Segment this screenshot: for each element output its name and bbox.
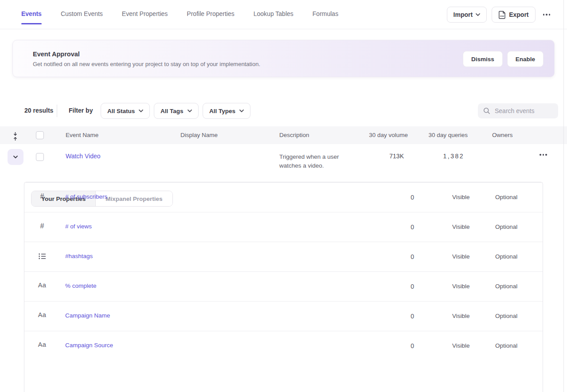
nav-actions: Import csv Export	[447, 7, 553, 23]
types-filter-dropdown[interactable]: All Types	[203, 103, 250, 119]
col-30-day-queries: 30 day queries	[406, 132, 468, 138]
property-row: Aa Campaign Source 0 Visible Optional	[24, 331, 543, 361]
property-row: Aa % complete 0 Visible Optional	[24, 271, 543, 301]
col-owners: Owners	[492, 132, 513, 138]
filter-row: 20 results Filter by All Status All Tags…	[0, 103, 567, 119]
property-requirement[interactable]: Optional	[495, 223, 517, 230]
search-icon	[483, 107, 490, 114]
tags-filter-label: All Tags	[160, 108, 184, 114]
property-visibility[interactable]: Visible	[452, 194, 470, 200]
property-name-link[interactable]: # of subscribers	[65, 193, 107, 200]
tab-custom-events[interactable]: Custom Events	[61, 8, 103, 22]
property-count: 0	[370, 194, 414, 201]
text-type-icon: Aa	[36, 282, 48, 289]
property-name-link[interactable]: #hashtags	[65, 253, 93, 259]
import-button[interactable]: Import	[447, 7, 487, 23]
window-edge	[563, 0, 564, 392]
property-row: # # of views 0 Visible Optional	[24, 212, 543, 242]
property-requirement[interactable]: Optional	[495, 342, 517, 349]
results-count: 20 results	[24, 107, 53, 114]
property-count: 0	[370, 283, 414, 290]
export-button[interactable]: csv Export	[492, 7, 535, 23]
col-description: Description	[279, 132, 309, 138]
row-checkbox[interactable]	[36, 153, 44, 161]
events-table-header: Event Name Display Name Description 30 d…	[0, 126, 567, 144]
property-visibility[interactable]: Visible	[452, 223, 470, 230]
property-name-link[interactable]: Campaign Name	[65, 312, 110, 319]
property-row: # # of subscribers 0 Visible Optional	[24, 182, 543, 212]
property-requirement[interactable]: Optional	[495, 253, 517, 260]
event-name-link[interactable]: Watch Video	[66, 153, 101, 160]
number-type-icon: #	[36, 192, 48, 200]
event-approval-banner: Event Approval Get notified on all new e…	[12, 40, 555, 77]
col-display-name: Display Name	[180, 132, 218, 138]
chevron-down-icon	[239, 110, 244, 112]
text-type-icon: Aa	[36, 341, 48, 348]
dismiss-button[interactable]: Dismiss	[463, 51, 503, 67]
filter-by-label: Filter by	[69, 107, 93, 114]
property-name-link[interactable]: # of views	[65, 223, 92, 230]
nav-tabs: Events Custom Events Event Properties Pr…	[0, 8, 338, 22]
property-count: 0	[370, 253, 414, 260]
property-requirement[interactable]: Optional	[495, 313, 517, 319]
property-requirement[interactable]: Optional	[495, 194, 517, 200]
property-count: 0	[370, 313, 414, 320]
more-menu-icon[interactable]	[540, 10, 553, 19]
top-nav: Events Custom Events Event Properties Pr…	[0, 0, 567, 29]
divider	[57, 105, 57, 117]
search-events-box[interactable]	[478, 103, 558, 118]
property-count: 0	[370, 223, 414, 231]
property-row: #hashtags 0 Visible Optional	[24, 242, 543, 271]
status-filter-label: All Status	[107, 108, 135, 114]
properties-panel: Your Properties Mixpanel Properties # # …	[24, 182, 543, 392]
tab-events[interactable]: Events	[21, 8, 42, 22]
chevron-down-icon	[188, 110, 192, 112]
number-type-icon: #	[36, 222, 48, 230]
row-menu-icon[interactable]	[537, 150, 550, 159]
event-volume-value: 713K	[346, 153, 404, 160]
export-button-label: Export	[509, 11, 528, 18]
property-visibility[interactable]: Visible	[452, 253, 470, 260]
col-30-day-volume: 30 day volume	[346, 132, 408, 138]
csv-file-icon: csv	[498, 11, 506, 19]
event-description: Triggered when a user watches a video.	[279, 153, 354, 170]
banner-actions: Dismiss Enable	[463, 51, 544, 67]
col-event-name: Event Name	[66, 132, 98, 138]
collapse-row-button[interactable]	[8, 149, 23, 165]
import-button-label: Import	[454, 11, 473, 18]
svg-text:csv: csv	[500, 15, 504, 17]
collapse-all-icon[interactable]	[12, 132, 19, 141]
event-queries-value: 1,382	[399, 153, 464, 160]
chevron-down-icon	[139, 110, 143, 112]
search-events-input[interactable]	[495, 107, 552, 114]
property-row: Aa Campaign Name 0 Visible Optional	[24, 301, 543, 331]
property-count: 0	[370, 342, 414, 349]
property-visibility[interactable]: Visible	[452, 283, 470, 290]
property-visibility[interactable]: Visible	[452, 313, 470, 319]
status-filter-dropdown[interactable]: All Status	[101, 103, 150, 119]
lexicon-page: Events Custom Events Event Properties Pr…	[0, 0, 567, 392]
list-type-icon	[36, 252, 48, 259]
enable-button[interactable]: Enable	[507, 51, 544, 67]
tab-formulas[interactable]: Formulas	[313, 8, 338, 22]
property-requirement[interactable]: Optional	[495, 283, 517, 290]
text-type-icon: Aa	[36, 311, 48, 318]
types-filter-label: All Types	[209, 108, 235, 114]
tags-filter-dropdown[interactable]: All Tags	[154, 103, 199, 119]
tab-event-properties[interactable]: Event Properties	[122, 8, 168, 22]
tab-profile-properties[interactable]: Profile Properties	[187, 8, 234, 22]
property-name-link[interactable]: % complete	[65, 282, 97, 289]
tab-lookup-tables[interactable]: Lookup Tables	[254, 8, 293, 22]
chevron-down-icon	[476, 13, 480, 16]
property-visibility[interactable]: Visible	[452, 342, 470, 349]
chevron-down-icon	[13, 156, 18, 158]
event-row-watch-video: Watch Video Triggered when a user watche…	[0, 144, 567, 182]
banner-description: Get notified on all new events entering …	[33, 61, 260, 67]
banner-title: Event Approval	[33, 51, 80, 58]
select-all-checkbox[interactable]	[36, 131, 44, 139]
property-name-link[interactable]: Campaign Source	[65, 342, 113, 349]
